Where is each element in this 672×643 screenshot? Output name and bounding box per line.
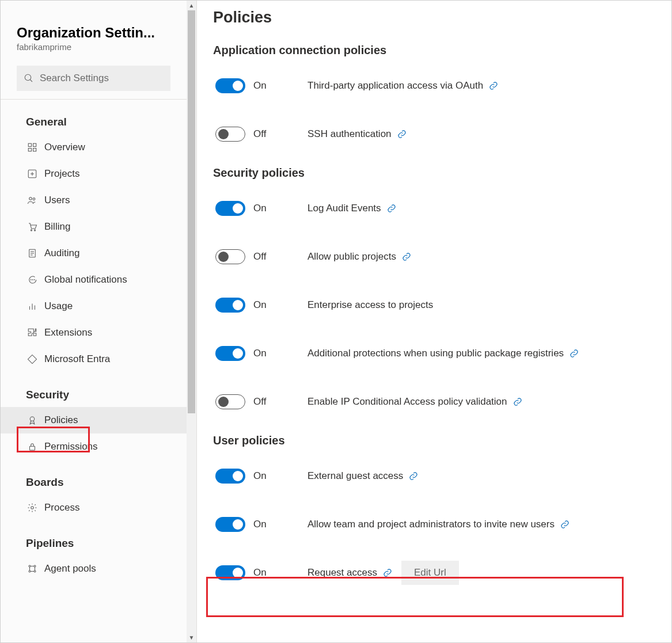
scroll-up-arrow-icon[interactable]: ▲ — [187, 1, 196, 10]
toggle-state-label: On — [253, 519, 267, 530]
toggle-state-label: Off — [253, 128, 266, 140]
link-icon[interactable] — [489, 81, 498, 90]
sidebar-item-label: Auditing — [44, 248, 79, 259]
toggle[interactable] — [215, 469, 245, 484]
policy-label: Enterprise access to projects — [307, 299, 433, 311]
policy-row: OffEnable IP Conditional Access policy v… — [213, 385, 660, 419]
pool-icon — [26, 562, 39, 575]
svg-point-11 — [31, 230, 32, 231]
sidebar-item-billing[interactable]: Billing — [1, 214, 187, 240]
sidebar-item-microsoft-entra[interactable]: Microsoft Entra — [1, 346, 187, 372]
policy-row: OnAdditional protections when using publ… — [213, 336, 660, 371]
page-title: Policies — [213, 9, 660, 26]
sidebar-item-overview[interactable]: Overview — [1, 134, 187, 161]
org-name: fabrikamprime — [17, 42, 170, 52]
policy-label: Third-party application access via OAuth — [307, 80, 483, 92]
sidebar-item-extensions[interactable]: Extensions — [1, 319, 187, 346]
policy-label: Allow public projects — [307, 251, 396, 262]
policy-row: OnEnterprise access to projects — [213, 288, 660, 322]
toggle-state-label: On — [253, 567, 267, 579]
search-placeholder: Search Settings — [40, 73, 109, 84]
ribbon-icon — [26, 414, 39, 427]
policy-section-title: User policies — [213, 434, 660, 447]
policy-row: OnLog Audit Events — [213, 191, 660, 226]
link-icon[interactable] — [383, 568, 392, 577]
sidebar-section-title: General — [1, 113, 187, 134]
link-icon[interactable] — [409, 471, 418, 481]
scroll-down-arrow-icon[interactable]: ▼ — [187, 633, 196, 642]
svg-rect-2 — [28, 143, 31, 146]
toggle-state-label: Off — [253, 251, 266, 262]
toggle[interactable] — [215, 517, 245, 532]
policy-row: OnRequest accessEdit Url — [213, 556, 660, 590]
sidebar: Organization Settin... fabrikamprime Sea… — [1, 1, 197, 642]
toggle[interactable] — [215, 201, 245, 216]
sidebar-item-label: Users — [44, 195, 70, 206]
policy-row: OnAllow team and project administrators … — [213, 507, 660, 542]
sidebar-item-label: Microsoft Entra — [44, 353, 110, 365]
link-icon[interactable] — [387, 204, 396, 213]
sidebar-item-label: Policies — [44, 414, 78, 426]
toggle-state-label: On — [253, 203, 267, 214]
policy-label: External guest access — [307, 470, 403, 482]
toggle-state-label: On — [253, 470, 267, 482]
org-settings-title: Organization Settin... — [17, 25, 170, 41]
sidebar-item-global-notifications[interactable]: Global notifications — [1, 267, 187, 293]
svg-point-18 — [32, 280, 33, 280]
svg-point-27 — [34, 565, 36, 567]
svg-point-10 — [33, 198, 35, 200]
toggle[interactable] — [215, 249, 245, 264]
sidebar-section-title: Boards — [1, 474, 187, 494]
svg-point-19 — [34, 280, 35, 280]
edit-url-button[interactable]: Edit Url — [401, 561, 459, 585]
sidebar-item-label: Permissions — [44, 441, 98, 452]
sidebar-item-permissions[interactable]: Permissions — [1, 433, 187, 460]
link-icon[interactable] — [397, 130, 407, 139]
sidebar-item-label: Global notifications — [44, 274, 127, 286]
sidebar-item-label: Process — [44, 502, 79, 513]
sidebar-item-label: Projects — [44, 168, 79, 180]
toggle-state-label: On — [253, 80, 267, 92]
svg-point-25 — [31, 507, 34, 509]
sidebar-item-users[interactable]: Users — [1, 187, 187, 214]
toggle[interactable] — [215, 565, 245, 580]
toggle[interactable] — [215, 298, 245, 313]
sidebar-item-agent-pools[interactable]: Agent pools — [1, 556, 187, 582]
link-icon[interactable] — [402, 252, 411, 261]
sidebar-item-usage[interactable]: Usage — [1, 293, 187, 319]
sidebar-section-title: Security — [1, 386, 187, 407]
svg-point-0 — [25, 74, 31, 81]
toggle[interactable] — [215, 127, 245, 142]
sidebar-item-policies[interactable]: Policies — [1, 407, 187, 433]
sidebar-item-label: Usage — [44, 300, 73, 312]
toggle[interactable] — [215, 78, 245, 93]
main-content: Policies Application connection policies… — [197, 1, 671, 642]
svg-point-23 — [30, 417, 35, 421]
sidebar-item-label: Extensions — [44, 327, 92, 338]
link-icon[interactable] — [570, 349, 579, 358]
toggle[interactable] — [215, 394, 245, 409]
scrollbar-thumb[interactable] — [188, 10, 195, 413]
gear-icon — [26, 501, 39, 514]
link-icon[interactable] — [513, 397, 522, 406]
svg-point-26 — [29, 565, 31, 567]
policy-row: OnExternal guest access — [213, 459, 660, 493]
plus-box-icon — [26, 168, 39, 180]
policy-label: Allow team and project administrators to… — [307, 519, 555, 530]
link-icon[interactable] — [560, 520, 570, 529]
sidebar-item-auditing[interactable]: Auditing — [1, 240, 187, 267]
svg-point-17 — [31, 280, 31, 280]
svg-rect-24 — [30, 446, 35, 450]
toggle-state-label: On — [253, 299, 267, 311]
log-icon — [26, 247, 39, 260]
policy-section-title: Security policies — [213, 166, 660, 180]
svg-point-29 — [34, 570, 36, 572]
search-input[interactable]: Search Settings — [17, 66, 170, 91]
toggle[interactable] — [215, 346, 245, 361]
sidebar-item-projects[interactable]: Projects — [1, 161, 187, 187]
search-icon — [24, 73, 34, 83]
sidebar-scrollbar[interactable]: ▲ ▼ — [187, 1, 196, 642]
puzzle-icon — [26, 326, 39, 339]
policy-label: Enable IP Conditional Access policy vali… — [307, 396, 507, 408]
sidebar-item-process[interactable]: Process — [1, 494, 187, 521]
